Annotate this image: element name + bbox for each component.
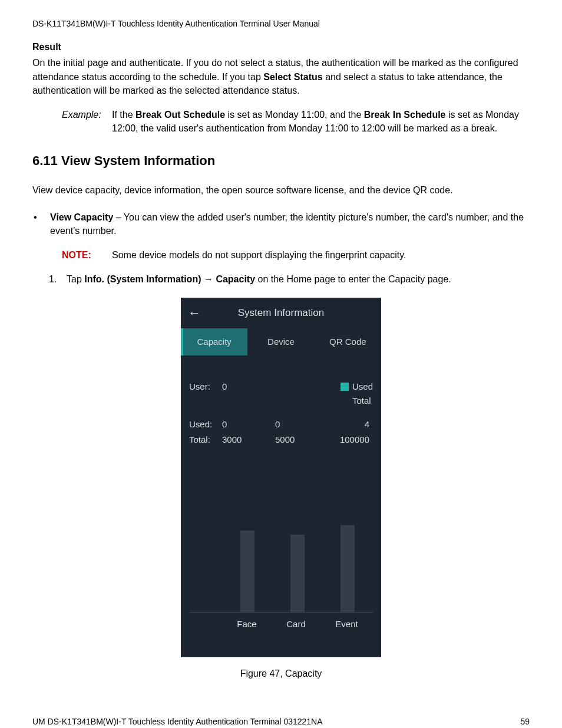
example-label: Example:: [62, 108, 112, 135]
chart-area: [189, 510, 373, 612]
user-label: User:: [189, 380, 222, 393]
section-heading: 6.11 View System Information: [32, 151, 530, 170]
select-status-bold: Select Status: [263, 72, 322, 82]
step-number: 1.: [49, 272, 67, 286]
bar-event: [340, 525, 355, 612]
text: Tap: [67, 274, 84, 284]
device-header: ← System Information: [181, 298, 381, 328]
axis-face: Face: [237, 618, 256, 631]
tab-qrcode[interactable]: QR Code: [315, 328, 381, 355]
figure-caption: Figure 47, Capacity: [32, 667, 530, 680]
note-block: NOTE: Some device models do not support …: [62, 248, 530, 262]
axis-event: Event: [335, 618, 358, 631]
user-value: 0: [222, 380, 248, 393]
info-bold: Info. (System Information): [84, 274, 201, 284]
section-intro: View device capacity, device information…: [32, 183, 530, 197]
figure: ← System Information Capacity Device QR …: [32, 298, 530, 657]
capacity-bold: Capacity: [216, 274, 255, 284]
step-text: Tap Info. (System Information) → Capacit…: [67, 272, 530, 286]
device-screenshot: ← System Information Capacity Device QR …: [181, 298, 381, 657]
step-item: 1. Tap Info. (System Information) → Capa…: [49, 272, 530, 286]
total-label: Total:: [189, 433, 222, 446]
legend-total-label: Total: [352, 394, 371, 407]
break-out-bold: Break Out Schedule: [135, 110, 225, 120]
legend: Used Total: [340, 380, 373, 407]
result-heading: Result: [32, 40, 530, 54]
note-text: Some device models do not support displa…: [112, 248, 530, 262]
text: – You can view the added user's number, …: [50, 212, 524, 236]
result-paragraph: On the initial page and authenticate. If…: [32, 56, 530, 97]
legend-used-label: Used: [352, 380, 373, 393]
bullet-text: View Capacity – You can view the added u…: [50, 210, 530, 238]
footer-page-number: 59: [520, 716, 530, 727]
break-in-bold: Break In Schedule: [364, 110, 446, 120]
chart-axis: Face Card Event: [189, 618, 373, 631]
used-row: Used: 0 0 4: [189, 418, 373, 431]
used-face: 0: [222, 418, 275, 431]
total-face: 3000: [222, 433, 275, 446]
used-event: 4: [325, 418, 373, 431]
text: is set as Monday 11:00, and the: [225, 110, 364, 120]
bullet-marker: •: [32, 210, 50, 238]
legend-used-icon: [340, 383, 349, 391]
page-footer: UM DS-K1T341BM(W)I-T Touchless Identity …: [32, 716, 530, 727]
text: If the: [112, 110, 135, 120]
legend-used: Used: [340, 380, 373, 393]
back-icon[interactable]: ←: [181, 304, 208, 322]
tab-device[interactable]: Device: [247, 328, 314, 355]
used-label: Used:: [189, 418, 222, 431]
text: on the Home page to enter the Capacity p…: [255, 274, 451, 284]
device-title: System Information: [208, 306, 381, 321]
device-body: User: 0 Used Total Used: 0 0 4 Total: 30…: [181, 355, 381, 446]
example-text: If the Break Out Schedule is set as Mond…: [112, 108, 530, 135]
user-row: User: 0 Used Total: [189, 380, 373, 407]
total-card: 5000: [275, 433, 325, 446]
arrow: →: [201, 274, 216, 284]
page-header: DS-K11T341BM(W)I-T Touchless Identity Au…: [32, 18, 530, 29]
bar-face: [240, 531, 254, 612]
tab-capacity[interactable]: Capacity: [181, 328, 247, 355]
axis-card: Card: [286, 618, 306, 631]
view-capacity-bold: View Capacity: [50, 212, 113, 222]
total-event: 100000: [325, 433, 373, 446]
example-block: Example: If the Break Out Schedule is se…: [62, 108, 530, 135]
device-tabs: Capacity Device QR Code: [181, 328, 381, 355]
legend-total: Total: [340, 394, 373, 407]
used-card: 0: [275, 418, 325, 431]
chart-bars: [222, 510, 373, 612]
footer-left: UM DS-K1T341BM(W)I-T Touchless Identity …: [32, 716, 323, 727]
total-row: Total: 3000 5000 100000: [189, 433, 373, 446]
bullet-item: • View Capacity – You can view the added…: [32, 210, 530, 238]
note-label: NOTE:: [62, 248, 112, 262]
bar-card: [290, 535, 305, 612]
